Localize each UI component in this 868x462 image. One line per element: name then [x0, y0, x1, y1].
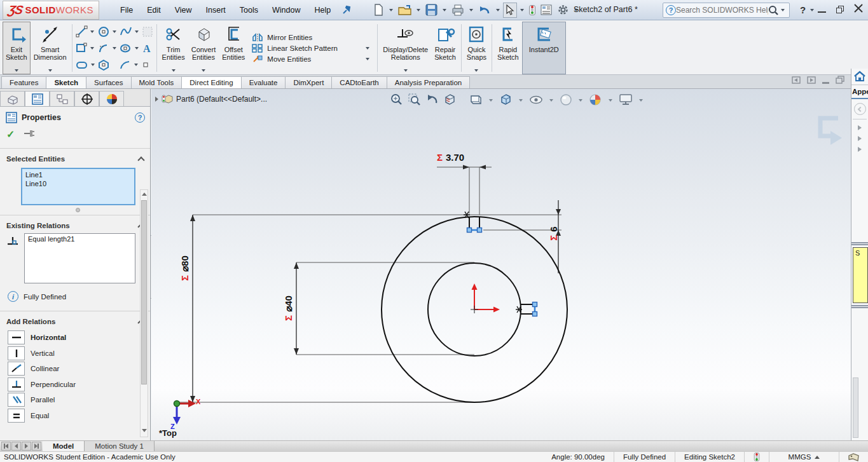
save-button[interactable]: [424, 2, 439, 18]
trim-dropdown-icon[interactable]: [172, 69, 176, 72]
tab-sketch[interactable]: Sketch: [46, 76, 86, 88]
zoom-to-area-icon[interactable]: [408, 93, 421, 108]
menu-file[interactable]: File: [113, 3, 140, 17]
dimxpert-manager-tab[interactable]: [74, 91, 99, 106]
ok-check-icon[interactable]: ✓: [6, 128, 15, 140]
units-selector[interactable]: MMGS: [769, 452, 839, 462]
scroll-down-icon[interactable]: [142, 429, 147, 432]
arc-tool-icon[interactable]: [98, 42, 110, 54]
dimension-dia80[interactable]: Σ⌀80: [179, 249, 191, 287]
appearance-dropdown-icon[interactable]: [579, 99, 582, 102]
options-list-button[interactable]: [539, 3, 554, 17]
collapse-selected-entities-icon[interactable]: [137, 156, 144, 163]
menu-edit[interactable]: Edit: [140, 3, 168, 17]
quick-snaps-dropdown-icon[interactable]: [474, 69, 478, 72]
selected-entity-item[interactable]: Line1: [25, 170, 131, 179]
minimize-button[interactable]: [818, 6, 826, 13]
line-tool-icon[interactable]: [76, 25, 88, 37]
menu-insert[interactable]: Insert: [199, 3, 233, 17]
expand-item-icon[interactable]: [858, 147, 862, 152]
panel-help-icon[interactable]: ?: [135, 112, 145, 123]
dimension-dia40[interactable]: Σ⌀40: [283, 289, 294, 327]
circle-tool-icon[interactable]: [98, 25, 110, 37]
slot-tool-icon[interactable]: [76, 60, 88, 70]
tab-evaluate[interactable]: Evaluate: [241, 76, 286, 88]
restore-document-icon[interactable]: [836, 76, 844, 86]
home-button[interactable]: [851, 69, 868, 85]
expand-item-icon[interactable]: [858, 125, 862, 130]
print-button[interactable]: [450, 3, 466, 18]
ellipse-tool-icon[interactable]: [120, 42, 132, 54]
new-dropdown-icon[interactable]: [389, 9, 393, 11]
configuration-manager-tab[interactable]: [50, 91, 74, 106]
view-settings-icon[interactable]: [619, 93, 633, 107]
spline-dropdown-icon[interactable]: [135, 31, 139, 33]
task-pane-scrollbar[interactable]: [853, 377, 858, 438]
text-tool-icon[interactable]: A: [142, 43, 152, 54]
arc-dropdown-icon[interactable]: [113, 47, 116, 50]
first-tab-button[interactable]: [1, 442, 11, 451]
settings-gear-button[interactable]: [555, 2, 571, 18]
convert-dropdown-icon[interactable]: [202, 69, 205, 72]
ellipse-dropdown-icon[interactable]: [135, 47, 139, 50]
model-tab[interactable]: Model: [43, 441, 85, 451]
help-menu[interactable]: ?: [800, 4, 816, 15]
print-dropdown-icon[interactable]: [469, 9, 473, 11]
scroll-up-icon[interactable]: [142, 193, 147, 196]
rapid-sketch-button[interactable]: Rapid Sketch: [494, 22, 522, 74]
spline-tool-icon[interactable]: [120, 25, 132, 37]
task-pane-splitter[interactable]: [851, 305, 868, 308]
appearances-manager-tab[interactable]: [99, 91, 124, 106]
property-manager-tab[interactable]: [25, 91, 50, 106]
confirmation-corner-watermark[interactable]: [813, 113, 848, 153]
selected-entity-item[interactable]: Line10: [25, 179, 131, 188]
relation-perpendicular-button[interactable]: Perpendicular: [8, 377, 150, 391]
display-style-dropdown-icon[interactable]: [519, 99, 523, 102]
last-tab-button[interactable]: [32, 442, 41, 451]
zoom-to-fit-icon[interactable]: [390, 93, 403, 108]
restore-button[interactable]: [836, 6, 844, 13]
tab-surfaces[interactable]: Surfaces: [86, 76, 131, 88]
display-delete-dropdown-icon[interactable]: [404, 69, 408, 72]
next-window-icon[interactable]: [807, 76, 816, 86]
repair-sketch-button[interactable]: Repair Sketch: [431, 22, 459, 74]
task-pane-back-button[interactable]: [854, 103, 866, 115]
polygon-tool-icon[interactable]: [98, 59, 110, 71]
instant2d-button[interactable]: Instant2D: [522, 22, 566, 74]
exit-sketch-button[interactable]: Exit Sketch: [3, 22, 31, 74]
point-tool-icon[interactable]: [142, 61, 149, 69]
relation-collinear-button[interactable]: Collinear: [8, 362, 150, 376]
tags-button[interactable]: [839, 452, 868, 462]
slot-dropdown-icon[interactable]: [91, 64, 95, 66]
convert-entities-button[interactable]: Convert Entities: [188, 22, 219, 74]
linear-sketch-pattern-button[interactable]: Linear Sketch Pattern: [252, 44, 371, 53]
tab-cadtoearth[interactable]: CADtoEarth: [331, 76, 387, 88]
dimension-lines[interactable]: [193, 200, 558, 402]
search-dropdown-icon[interactable]: [781, 9, 785, 11]
pin-menu-icon[interactable]: [341, 5, 352, 15]
relation-equal-button[interactable]: Equal: [8, 409, 150, 423]
fillet-tool-icon[interactable]: [120, 59, 132, 71]
close-button[interactable]: [854, 4, 863, 15]
rebuild-indicator[interactable]: [744, 452, 769, 462]
previous-tab-button[interactable]: [11, 442, 21, 451]
dimension-6[interactable]: Σ6: [548, 221, 559, 247]
expand-tree-icon[interactable]: [155, 97, 158, 102]
open-dropdown-icon[interactable]: [417, 9, 420, 11]
move-entities-dropdown-icon[interactable]: [366, 58, 369, 60]
minimize-document-icon[interactable]: [822, 78, 829, 84]
rectangle-tool-icon[interactable]: [76, 42, 88, 54]
menu-window[interactable]: Window: [265, 3, 307, 17]
relation-horizontal-button[interactable]: Horizontal: [8, 330, 150, 344]
panel-scrollbar[interactable]: [140, 189, 148, 437]
select-tool-button[interactable]: [503, 3, 517, 18]
apply-scene-icon[interactable]: [589, 93, 602, 108]
move-entities-button[interactable]: Move Entities: [252, 55, 371, 64]
listbox-resize-handle[interactable]: [76, 208, 80, 212]
help-dropdown-icon[interactable]: [810, 9, 814, 11]
feature-tree-flyout[interactable]: Part6 (Default<<Default>...: [155, 94, 267, 104]
fillet-dropdown-icon[interactable]: [134, 64, 138, 66]
menu-tools[interactable]: Tools: [233, 3, 265, 17]
task-pane-splitter[interactable]: [851, 242, 868, 245]
dimension-3-70[interactable]: Σ3.70: [437, 152, 464, 163]
